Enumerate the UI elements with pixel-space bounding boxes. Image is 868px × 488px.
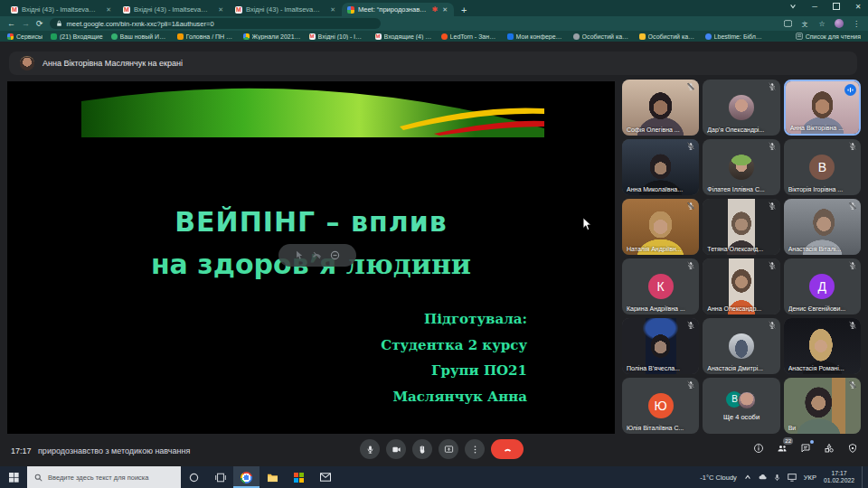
more-options-button[interactable] [465, 439, 485, 459]
bookmark-item[interactable]: Ваш новый Интерн... [111, 33, 169, 40]
participant-tile[interactable]: Анастасія Романі... [784, 318, 861, 374]
participant-tile[interactable]: Анна Вікторівна ... [784, 80, 861, 136]
profile-avatar[interactable] [835, 19, 844, 28]
back-button[interactable]: ← [7, 20, 15, 28]
participant-name: Софія Олегівна ... [627, 127, 686, 133]
participant-tile[interactable]: Тетяна Олександ... [703, 199, 779, 255]
minimize-button[interactable]: ─ [810, 2, 819, 11]
bookmark-label: Особистий кабінет... [648, 33, 697, 40]
browser-tab[interactable]: MВхідні (43) - lmaltseva@kubg.ed✕ [118, 3, 230, 16]
reload-button[interactable]: ⟳ [36, 20, 43, 28]
participant-name: Юлія Віталіївна С... [627, 425, 686, 431]
tab-close-icon[interactable]: ✕ [217, 6, 224, 14]
present-screen-icon [444, 445, 454, 455]
bookmark-item[interactable]: MВхідні (10) - lmalts... [309, 33, 367, 40]
windows-taskbar: Введите здесь текст для поиска -1°C Clou… [0, 466, 868, 488]
start-button[interactable] [0, 466, 27, 488]
participant-tile[interactable]: ЮЮлія Віталіївна С... [622, 378, 699, 434]
meeting-panels: 22 [752, 441, 859, 455]
call-tool-icon[interactable] [312, 250, 322, 260]
close-button[interactable]: ✕ [854, 2, 863, 11]
new-tab-button[interactable]: + [461, 5, 467, 15]
microphone-button[interactable] [360, 439, 380, 459]
presenting-banner-text: Анна Вікторівна Маслянчук на екрані [42, 59, 183, 68]
mic-muted-icon [848, 202, 857, 211]
tab-close-icon[interactable]: ✕ [105, 6, 112, 14]
participant-tile[interactable]: Анна Олександр... [703, 258, 779, 314]
bookmark-item[interactable]: LedTorn - Занятт... [441, 33, 499, 40]
store-app-button[interactable] [286, 466, 312, 488]
bookmark-item[interactable]: Журнали 2021-202... [243, 33, 301, 40]
tab-search-caret-icon[interactable] [788, 2, 797, 11]
participant-tile[interactable]: Ви [784, 378, 861, 434]
tab-close-icon[interactable]: ✕ [441, 6, 448, 14]
floating-share-toolbar[interactable] [278, 244, 356, 267]
activities-button[interactable] [823, 441, 835, 455]
participant-tile[interactable]: Анна Миколаївна... [622, 139, 699, 195]
bookmark-item[interactable]: Особистий кабінет... [573, 33, 631, 40]
mail-app-button[interactable] [312, 466, 338, 488]
taskbar-clock[interactable]: 17:17 01.02.2022 [824, 470, 854, 485]
participant-tile[interactable]: Поліна В’ячесла... [622, 318, 699, 374]
participant-name: Анастасія Дмитрі... [707, 365, 767, 371]
tray-mic-icon[interactable] [774, 474, 780, 482]
chrome-taskbar-button[interactable] [233, 466, 259, 488]
participant-name: Дар’я Олександрі... [707, 127, 767, 133]
forward-button[interactable]: → [22, 20, 30, 28]
bookmark-item[interactable]: Сервисы [7, 33, 42, 40]
tab-close-icon[interactable]: ✕ [329, 6, 336, 14]
host-controls-button[interactable] [846, 441, 859, 455]
participant-tile[interactable]: Дар’я Олександрі... [703, 80, 779, 136]
reading-list-button[interactable]: Список для чтения [796, 33, 861, 40]
display-icon[interactable] [788, 474, 797, 482]
hidden-icons-caret[interactable] [744, 474, 751, 481]
restore-button[interactable] [832, 2, 841, 11]
raise-hand-button[interactable] [412, 439, 432, 459]
bookmark-item[interactable]: Особистий кабінет... [639, 33, 697, 40]
participant-tile[interactable]: ДДенис Євгенійови... [784, 258, 861, 314]
address-bar[interactable]: meet.google.com/bin-rxnk-xxc?pli=1&authu… [50, 18, 381, 29]
bookmark-item[interactable]: Головна / ПН Сто... [177, 33, 235, 40]
present-button[interactable] [439, 439, 458, 459]
browser-tab[interactable]: MВхідні (43) - lmaltseva@kubg.ed✕ [5, 3, 118, 16]
bookmarks-bar: Сервисы(21) ВходящиеВаш новый Интерн...Г… [0, 31, 868, 42]
participants-button[interactable]: 22 [776, 441, 788, 455]
participant-tile[interactable]: ККарина Андріївна ... [622, 258, 699, 314]
task-view-button[interactable] [207, 466, 233, 488]
bookmark-meet-cam-icon [507, 33, 514, 40]
participant-name: Денис Євгенійови... [788, 305, 848, 312]
media-card-icon[interactable] [783, 19, 792, 28]
camera-button[interactable] [386, 439, 406, 459]
file-explorer-button[interactable] [259, 466, 286, 488]
browser-tab[interactable]: MВхідні (43) - lmaltseva@kubg.ed✕ [230, 3, 342, 16]
bookmark-item[interactable]: MВходящие (4) - lmal... [375, 33, 433, 40]
overflow-tile[interactable]: ВЩе 4 особи [703, 378, 779, 434]
participant-tile[interactable]: Філатея Іллівна С... [703, 139, 779, 195]
language-indicator[interactable]: УКР [804, 474, 816, 482]
end-call-button[interactable] [491, 439, 524, 459]
chat-button[interactable] [799, 441, 812, 455]
participant-tile[interactable]: Анастасія Дмитрі... [703, 318, 779, 374]
taskbar-search-input[interactable]: Введите здесь текст для поиска [27, 466, 181, 488]
participant-name: Ви [788, 425, 848, 431]
cortana-button[interactable] [181, 466, 207, 488]
onedrive-icon[interactable] [759, 474, 767, 481]
participant-tile[interactable]: Наталія Андріївн... [622, 199, 699, 255]
search-icon [34, 474, 42, 482]
participant-name: Поліна В’ячесла... [627, 365, 686, 371]
meeting-details-button[interactable] [752, 441, 765, 455]
browser-tab[interactable]: Meet: “природознавство з м✱✕ [342, 3, 454, 16]
participant-tile[interactable]: Анастасія Віталі... [784, 199, 861, 255]
cursor-tool-icon[interactable] [296, 250, 304, 260]
bookmark-item[interactable]: Мои конференции... [507, 33, 565, 40]
weather-widget[interactable]: -1°C Cloudy [700, 474, 737, 482]
participant-tile[interactable]: ВВікторія Ігорівна ... [784, 139, 861, 195]
bookmark-star-icon[interactable]: ☆ [817, 19, 826, 28]
translate-icon[interactable]: 文 [800, 19, 809, 28]
bookmark-item[interactable]: (21) Входящие [51, 33, 103, 40]
chrome-menu-icon[interactable]: ⋮ [852, 19, 861, 28]
bookmark-item[interactable]: Lbestime: Бібліотека [705, 33, 763, 40]
participant-tile[interactable]: Софія Олегівна ... [622, 80, 699, 136]
minimize-tool-icon[interactable] [330, 250, 340, 260]
show-desktop-button[interactable] [862, 466, 866, 488]
